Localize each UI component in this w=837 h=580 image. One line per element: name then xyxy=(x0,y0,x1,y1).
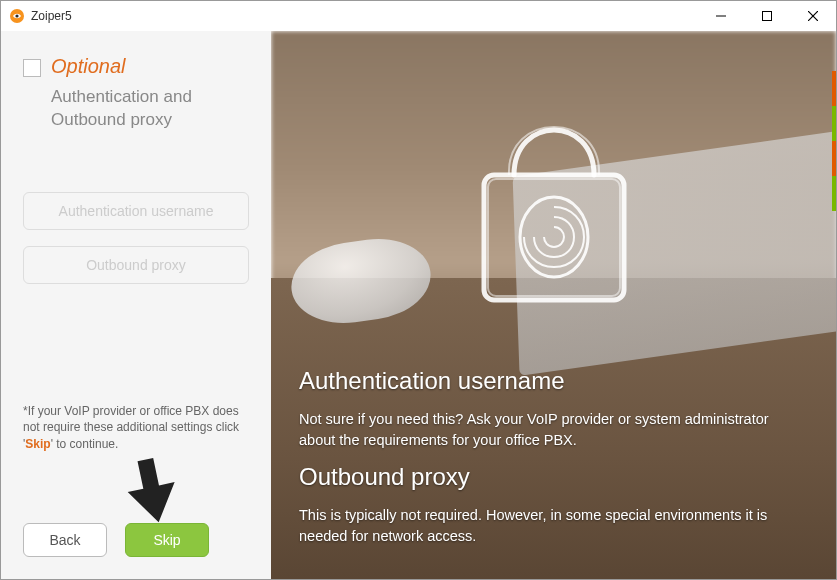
close-button[interactable] xyxy=(790,1,836,31)
titlebar: Zoiper5 xyxy=(1,1,836,31)
arrow-icon xyxy=(126,457,186,531)
svg-rect-6 xyxy=(484,175,624,300)
minimize-button[interactable] xyxy=(698,1,744,31)
accent-strip xyxy=(832,71,836,211)
optional-checkbox[interactable] xyxy=(23,59,41,77)
auth-username-input[interactable]: Authentication username xyxy=(23,192,249,230)
right-panel: Authentication username Not sure if you … xyxy=(271,31,836,579)
optional-row: Optional xyxy=(23,55,249,78)
window-title: Zoiper5 xyxy=(31,9,72,23)
left-panel: Optional Authentication and Outbound pro… xyxy=(1,31,271,579)
auth-heading: Authentication username xyxy=(299,367,808,395)
right-text: Authentication username Not sure if you … xyxy=(299,367,808,559)
content: Optional Authentication and Outbound pro… xyxy=(1,31,836,579)
lock-icon xyxy=(454,75,654,319)
optional-subtitle: Authentication and Outbound proxy xyxy=(51,86,249,132)
maximize-button[interactable] xyxy=(744,1,790,31)
helper-skip-word: Skip xyxy=(25,437,50,451)
app-icon xyxy=(9,8,25,24)
input-group: Authentication username Outbound proxy xyxy=(23,192,249,284)
svg-point-8 xyxy=(520,197,588,277)
window-controls xyxy=(698,1,836,31)
back-button[interactable]: Back xyxy=(23,523,107,557)
auth-description: Not sure if you need this? Ask your VoIP… xyxy=(299,409,808,451)
proxy-description: This is typically not required. However,… xyxy=(299,505,808,547)
app-window: Zoiper5 Optional Authentication and Outb… xyxy=(0,0,837,580)
proxy-heading: Outbound proxy xyxy=(299,463,808,491)
svg-point-1 xyxy=(15,14,18,17)
outbound-proxy-input[interactable]: Outbound proxy xyxy=(23,246,249,284)
helper-after: ' to continue. xyxy=(51,437,119,451)
titlebar-left: Zoiper5 xyxy=(9,8,72,24)
optional-label: Optional xyxy=(51,55,126,78)
helper-text: *If your VoIP provider or office PBX doe… xyxy=(23,403,249,453)
svg-rect-3 xyxy=(763,12,772,21)
